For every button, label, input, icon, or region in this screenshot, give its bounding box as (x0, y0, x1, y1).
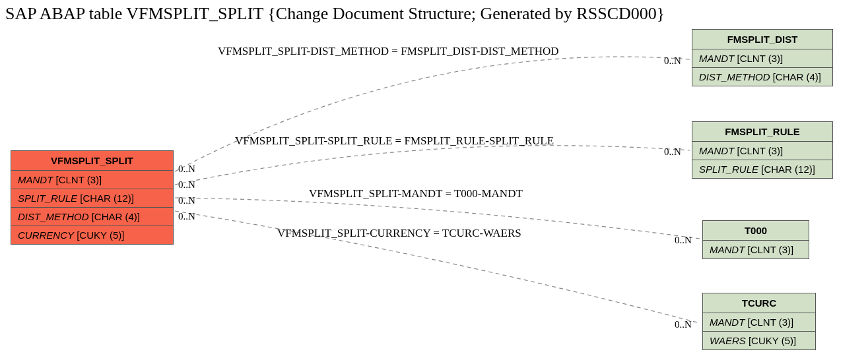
cardinality: 0..N (675, 319, 692, 330)
entity-field: SPLIT_RULE [CHAR (12)] (11, 189, 173, 208)
cardinality: 0..N (178, 179, 195, 191)
entity-vfmsplit-split: VFMSPLIT_SPLIT MANDT [CLNT (3)] SPLIT_RU… (11, 150, 174, 245)
relation-label: VFMSPLIT_SPLIT-SPLIT_RULE = FMSPLIT_RULE… (235, 135, 554, 148)
page-title: SAP ABAP table VFMSPLIT_SPLIT {Change Do… (5, 4, 665, 24)
cardinality: 0..N (664, 55, 681, 67)
cardinality: 0..N (178, 211, 195, 222)
relation-label: VFMSPLIT_SPLIT-CURRENCY = TCURC-WAERS (277, 227, 521, 240)
entity-header: TCURC (703, 293, 815, 313)
entity-field: CURRENCY [CUKY (5)] (11, 226, 173, 244)
entity-t000: T000 MANDT [CLNT (3)] (702, 220, 809, 259)
entity-field: MANDT [CLNT (3)] (692, 49, 832, 68)
relation-label: VFMSPLIT_SPLIT-DIST_METHOD = FMSPLIT_DIS… (218, 45, 558, 58)
entity-field: WAERS [CUKY (5)] (703, 332, 815, 349)
entity-field: MANDT [CLNT (3)] (703, 313, 815, 332)
entity-field: MANDT [CLNT (3)] (692, 142, 832, 160)
entity-field: DIST_METHOD [CHAR (4)] (692, 68, 832, 86)
entity-field: MANDT [CLNT (3)] (11, 171, 173, 189)
entity-header: FMSPLIT_DIST (692, 30, 832, 49)
entity-fmsplit-rule: FMSPLIT_RULE MANDT [CLNT (3)] SPLIT_RULE… (692, 121, 833, 179)
entity-field: SPLIT_RULE [CHAR (12)] (692, 160, 832, 178)
entity-field: DIST_METHOD [CHAR (4)] (11, 208, 173, 226)
entity-field: MANDT [CLNT (3)] (703, 241, 809, 258)
entity-fmsplit-dist: FMSPLIT_DIST MANDT [CLNT (3)] DIST_METHO… (692, 29, 833, 86)
entity-tcurc: TCURC MANDT [CLNT (3)] WAERS [CUKY (5)] (702, 293, 816, 350)
cardinality: 0..N (675, 235, 692, 246)
cardinality: 0..N (178, 164, 195, 175)
entity-header: FMSPLIT_RULE (692, 122, 832, 142)
entity-header: T000 (703, 221, 809, 241)
relation-label: VFMSPLIT_SPLIT-MANDT = T000-MANDT (309, 187, 523, 200)
entity-header: VFMSPLIT_SPLIT (11, 151, 173, 171)
cardinality: 0..N (664, 146, 681, 158)
cardinality: 0..N (178, 195, 195, 206)
